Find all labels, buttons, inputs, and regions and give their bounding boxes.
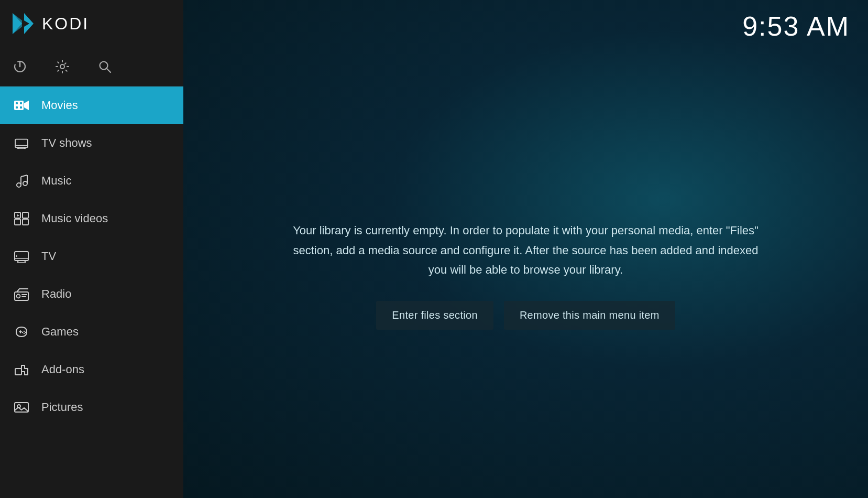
- sidebar-header: KODI: [0, 0, 183, 47]
- nav-menu: Movies TV shows: [0, 86, 183, 498]
- remove-menu-item-button[interactable]: Remove this main menu item: [504, 301, 675, 330]
- svg-marker-2: [13, 13, 22, 34]
- svg-point-38: [17, 295, 20, 298]
- sidebar-controls: [0, 47, 183, 86]
- sidebar-item-games[interactable]: Games: [0, 313, 183, 351]
- empty-library-message: Your library is currently empty. In orde…: [290, 221, 762, 279]
- tv-icon: [13, 250, 30, 263]
- games-icon: [13, 326, 30, 338]
- sidebar-item-music[interactable]: Music: [0, 162, 183, 200]
- svg-point-46: [22, 332, 23, 333]
- svg-rect-47: [15, 369, 21, 375]
- radio-icon: [13, 287, 30, 301]
- svg-point-43: [24, 331, 25, 332]
- movies-icon: [13, 100, 30, 111]
- svg-point-44: [25, 332, 26, 333]
- svg-rect-48: [15, 403, 28, 412]
- sidebar-item-movies[interactable]: Movies: [0, 86, 183, 124]
- music-videos-label: Music videos: [41, 212, 108, 225]
- pictures-icon: [13, 401, 30, 414]
- tv-label: TV: [41, 250, 56, 263]
- svg-rect-13: [20, 106, 22, 109]
- svg-marker-9: [24, 101, 29, 110]
- radio-label: Radio: [41, 287, 71, 301]
- svg-point-34: [16, 255, 17, 257]
- enter-files-button[interactable]: Enter files section: [376, 301, 493, 330]
- top-bar: 9:53 AM: [183, 0, 868, 52]
- svg-point-20: [23, 181, 27, 186]
- movies-label: Movies: [41, 99, 78, 112]
- svg-line-22: [21, 175, 27, 177]
- svg-marker-1: [24, 13, 34, 34]
- tvshows-icon: [13, 137, 30, 149]
- games-label: Games: [41, 325, 79, 339]
- sidebar-item-music-videos[interactable]: Music videos: [0, 200, 183, 237]
- main-content: 9:53 AM Your library is currently empty.…: [183, 0, 868, 498]
- svg-rect-25: [23, 212, 28, 218]
- svg-rect-10: [16, 102, 18, 104]
- sidebar-item-pictures[interactable]: Pictures: [0, 388, 183, 426]
- search-icon[interactable]: [98, 60, 112, 73]
- svg-marker-28: [17, 214, 19, 216]
- addons-icon: [13, 363, 30, 376]
- kodi-icon: [10, 11, 36, 36]
- sidebar-item-radio[interactable]: Radio: [0, 275, 183, 313]
- svg-rect-8: [14, 101, 24, 110]
- svg-rect-14: [15, 139, 28, 148]
- svg-point-45: [24, 333, 25, 334]
- sidebar-item-tvshows[interactable]: TV shows: [0, 124, 183, 162]
- pictures-label: Pictures: [41, 400, 83, 414]
- svg-rect-27: [23, 219, 28, 225]
- music-icon: [13, 174, 30, 188]
- sidebar-item-addons[interactable]: Add-ons: [0, 351, 183, 388]
- svg-rect-26: [15, 219, 20, 225]
- music-label: Music: [41, 174, 71, 188]
- svg-point-5: [60, 64, 64, 69]
- music-videos-icon: [13, 212, 30, 225]
- addons-label: Add-ons: [41, 363, 84, 376]
- svg-point-19: [17, 183, 21, 187]
- action-buttons: Enter files section Remove this main men…: [376, 301, 675, 330]
- clock-display: 9:53 AM: [742, 10, 850, 42]
- content-area: Your library is currently empty. In orde…: [183, 52, 868, 498]
- svg-rect-11: [20, 102, 22, 104]
- app-name: KODI: [42, 14, 89, 34]
- power-icon[interactable]: [13, 60, 27, 73]
- settings-icon[interactable]: [56, 60, 69, 73]
- svg-line-7: [107, 69, 111, 73]
- sidebar: KODI: [0, 0, 183, 498]
- tvshows-label: TV shows: [41, 136, 92, 150]
- svg-rect-12: [16, 106, 18, 109]
- sidebar-item-tv[interactable]: TV: [0, 237, 183, 275]
- kodi-logo: KODI: [10, 11, 89, 36]
